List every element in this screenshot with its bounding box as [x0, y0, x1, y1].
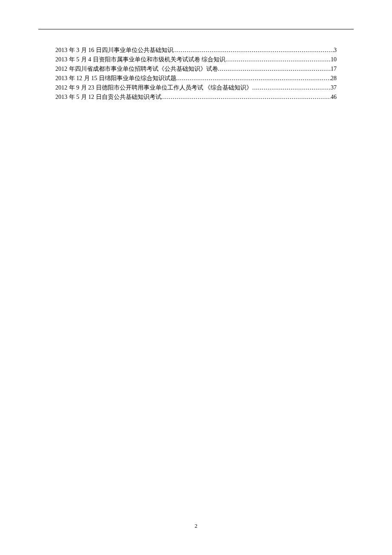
- toc-leader: [225, 55, 331, 64]
- toc-title: 2013 年 5 月 4 日资阳市属事业单位和市级机关考试试卷 综合知识: [55, 55, 225, 64]
- toc-title: 2012 年 9 月 23 日德阳市公开聘用事业单位工作人员考试 《综合基础知识…: [55, 83, 252, 92]
- toc-page-number: 37: [331, 83, 337, 92]
- toc-title: 2013 年 3 月 16 日四川事业单位公共基础知识: [55, 46, 173, 55]
- toc-leader: [161, 92, 331, 102]
- toc-entry[interactable]: 2013 年 5 月 4 日资阳市属事业单位和市级机关考试试卷 综合知识 10: [55, 55, 337, 64]
- header-divider: [38, 29, 354, 29]
- document-page: 2013 年 3 月 16 日四川事业单位公共基础知识 3 2013 年 5 月…: [0, 0, 392, 102]
- toc-leader: [173, 46, 334, 55]
- toc-page-number: 28: [331, 74, 337, 83]
- table-of-contents: 2013 年 3 月 16 日四川事业单位公共基础知识 3 2013 年 5 月…: [38, 46, 354, 102]
- toc-page-number: 10: [331, 55, 337, 64]
- page-number: 2: [0, 523, 392, 529]
- toc-page-number: 3: [334, 46, 337, 55]
- toc-entry[interactable]: 2012 年 9 月 23 日德阳市公开聘用事业单位工作人员考试 《综合基础知识…: [55, 83, 337, 92]
- toc-leader: [176, 74, 331, 83]
- toc-leader: [218, 64, 331, 74]
- toc-entry[interactable]: 2013 年 3 月 16 日四川事业单位公共基础知识 3: [55, 46, 337, 55]
- toc-page-number: 46: [331, 92, 337, 102]
- toc-entry[interactable]: 2013 年 12 月 15 日绵阳事业单位综合知识试题 28: [55, 74, 337, 83]
- toc-title: 2013 年 12 月 15 日绵阳事业单位综合知识试题: [55, 74, 176, 83]
- toc-entry[interactable]: 2012 年四川省成都市事业单位招聘考试《公共基础知识》试卷 17: [55, 64, 337, 74]
- toc-title: 2013 年 5 月 12 日自贡公共基础知识考试: [55, 92, 161, 102]
- toc-title: 2012 年四川省成都市事业单位招聘考试《公共基础知识》试卷: [55, 64, 218, 74]
- toc-page-number: 17: [331, 64, 337, 74]
- toc-entry[interactable]: 2013 年 5 月 12 日自贡公共基础知识考试 46: [55, 92, 337, 102]
- toc-leader: [252, 83, 331, 92]
